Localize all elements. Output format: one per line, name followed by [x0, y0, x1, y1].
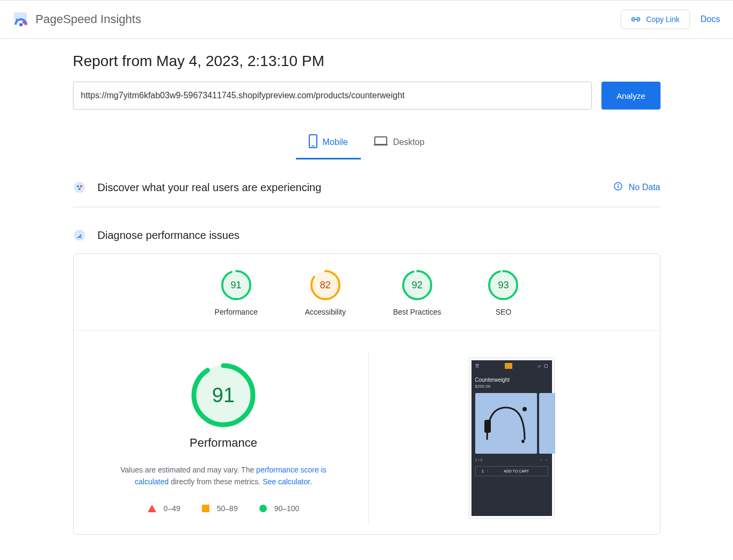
copy-link-label: Copy Link	[646, 15, 679, 24]
tab-mobile[interactable]: Mobile	[296, 127, 361, 159]
tab-desktop-label: Desktop	[393, 137, 425, 147]
desc-text: Values are estimated and may vary. The	[120, 466, 256, 474]
performance-value: 91	[191, 363, 256, 427]
arrows-icon: ← →	[540, 458, 548, 462]
phone-screenshot: ☰ ⌕▢ Counterweight $200.00	[469, 358, 555, 519]
legend-poor-label: 0–49	[164, 504, 180, 513]
legend-mid: 50–89	[202, 504, 238, 513]
info-icon	[614, 182, 622, 193]
desc-text: directly from these metrics.	[169, 477, 263, 486]
product-image-next	[539, 393, 555, 454]
gauge-accessibility[interactable]: 82Accessibility	[305, 270, 346, 316]
app-title: PageSpeed Insights	[35, 12, 141, 26]
desktop-icon	[374, 136, 388, 149]
legend-good-label: 90–100	[274, 504, 300, 513]
diagnose-title: Diagnose performance issues	[98, 229, 240, 242]
gauge-performance[interactable]: 91Performance	[215, 270, 258, 316]
gauge-label: Best Practices	[393, 308, 441, 316]
pagespeed-logo-icon	[13, 12, 28, 27]
gauge-best-practices[interactable]: 92Best Practices	[393, 270, 441, 316]
header-left: PageSpeed Insights	[13, 12, 141, 27]
no-data-link[interactable]: No Data	[614, 182, 661, 193]
diagnose-icon	[73, 229, 86, 242]
score-legend: 0–49 50–89 90–100	[148, 504, 300, 513]
header-right: Copy Link Docs	[621, 10, 720, 29]
docs-link[interactable]: Docs	[701, 14, 720, 24]
mobile-icon	[309, 134, 317, 150]
phone-topbar: ☰ ⌕▢	[471, 360, 552, 372]
svg-point-9	[80, 185, 82, 187]
gauge-ring: 92	[402, 270, 432, 300]
search-icon: ⌕	[538, 363, 541, 368]
add-to-cart-row: 1 ADD TO CART	[475, 466, 548, 476]
page-indicator: 1 / 2	[475, 458, 483, 462]
menu-icon: ☰	[475, 363, 479, 368]
desc-text: .	[310, 477, 312, 486]
product-price: $200.00	[471, 383, 552, 393]
phone-screen: ☰ ⌕▢ Counterweight $200.00	[471, 360, 552, 516]
users-icon	[73, 181, 86, 194]
phone-actions: ⌕▢	[538, 363, 548, 368]
url-row: Analyze	[73, 82, 661, 110]
gauge-row: 91Performance82Accessibility92Best Pract…	[74, 254, 660, 331]
see-calculator-link[interactable]: See calculator	[263, 477, 310, 486]
gauge-value: 92	[402, 270, 432, 300]
copy-link-button[interactable]: Copy Link	[621, 10, 690, 29]
svg-rect-5	[311, 146, 315, 147]
performance-gauge-large: 91	[191, 363, 256, 427]
legend-poor: 0–49	[148, 504, 180, 513]
discover-section-head: Discover what your real users are experi…	[73, 181, 661, 207]
gauge-label: Accessibility	[305, 308, 346, 316]
product-image-main	[475, 393, 537, 454]
phone-logo-icon	[505, 363, 512, 369]
legend-good: 90–100	[259, 504, 300, 513]
performance-left: 91 Performance Values are estimated and …	[79, 352, 369, 523]
svg-point-26	[522, 407, 527, 411]
app-header: PageSpeed Insights Copy Link Docs	[0, 0, 733, 39]
no-data-label: No Data	[629, 183, 661, 192]
svg-rect-7	[374, 144, 388, 146]
svg-point-10	[78, 188, 81, 190]
discover-title: Discover what your real users are experi…	[98, 181, 322, 194]
diagnose-section-head: Diagnose performance issues	[73, 229, 661, 242]
performance-description: Values are estimated and may vary. The p…	[108, 464, 339, 488]
bag-icon: ▢	[544, 363, 548, 368]
performance-right: ☰ ⌕▢ Counterweight $200.00	[369, 352, 655, 519]
tab-desktop[interactable]: Desktop	[361, 127, 438, 159]
gauge-value: 91	[221, 270, 251, 300]
url-input[interactable]	[73, 82, 592, 110]
quantity-field: 1	[478, 469, 488, 473]
product-title: Counterweight	[471, 372, 552, 383]
square-icon	[202, 505, 209, 512]
svg-point-8	[77, 185, 79, 187]
image-pagination: 1 / 2 ← →	[471, 454, 552, 464]
tab-mobile-label: Mobile	[323, 137, 348, 147]
svg-rect-6	[375, 137, 387, 144]
gauge-value: 93	[488, 270, 518, 300]
gauge-ring: 91	[221, 270, 251, 300]
performance-detail-row: 91 Performance Values are estimated and …	[74, 331, 660, 534]
legend-mid-label: 50–89	[217, 504, 238, 513]
gauge-ring: 82	[310, 270, 340, 300]
device-tabs: Mobile Desktop	[73, 127, 661, 159]
gauge-seo[interactable]: 93SEO	[488, 270, 518, 316]
gauge-label: Performance	[215, 308, 258, 316]
circle-icon	[259, 505, 267, 512]
gauge-ring: 93	[488, 270, 518, 300]
product-images	[471, 393, 552, 454]
triangle-icon	[148, 505, 156, 512]
svg-point-27	[521, 440, 525, 443]
svg-line-14	[79, 235, 81, 237]
svg-rect-13	[618, 184, 619, 185]
svg-rect-12	[618, 186, 619, 188]
analyze-button[interactable]: Analyze	[601, 82, 660, 110]
performance-big-label: Performance	[190, 436, 257, 450]
add-to-cart-button: ADD TO CART	[488, 469, 545, 473]
svg-rect-25	[484, 420, 491, 433]
diagnose-box: 91Performance82Accessibility92Best Pract…	[73, 253, 661, 535]
svg-point-3	[19, 23, 23, 26]
gauge-value: 82	[310, 270, 340, 300]
discover-left: Discover what your real users are experi…	[73, 181, 322, 194]
gauge-label: SEO	[496, 308, 512, 316]
content: Report from May 4, 2023, 2:13:10 PM Anal…	[73, 53, 661, 556]
